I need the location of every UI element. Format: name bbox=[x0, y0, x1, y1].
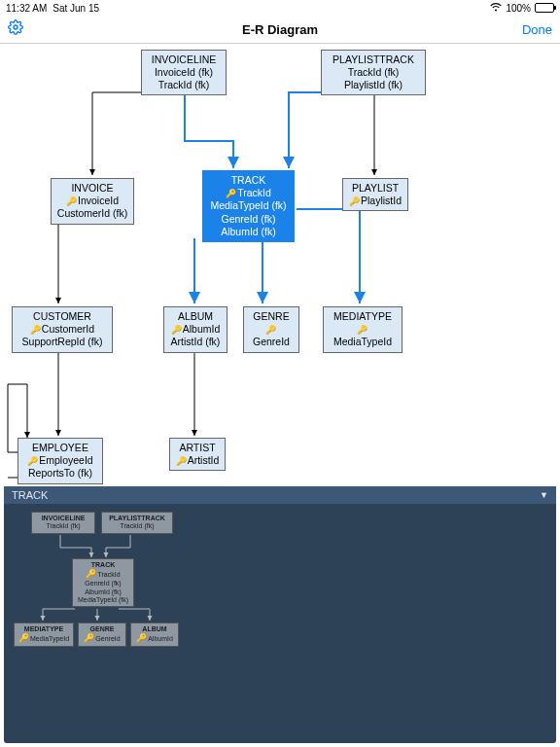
entity-title: ARTIST bbox=[174, 442, 221, 454]
nav-bar: E-R Diagram Done bbox=[0, 16, 560, 44]
entity-title: GENRE bbox=[248, 310, 295, 323]
done-button[interactable]: Done bbox=[522, 22, 552, 37]
entity-playlist[interactable]: PLAYLIST PlaylistId bbox=[342, 178, 408, 211]
detail-panel-title: TRACK bbox=[12, 489, 48, 501]
entity-title: MEDIATYPE bbox=[328, 310, 398, 323]
entity-field: TrackId (fk) bbox=[146, 79, 222, 91]
status-bar: 11:32 AM Sat Jun 15 100% bbox=[0, 0, 560, 16]
entity-field: PlaylistId (fk) bbox=[326, 79, 421, 91]
detail-panel: TRACK ▼ INVOICELINE TrackId (fk) PLAYLIS… bbox=[4, 486, 556, 743]
entity-field: ReportsTo (fk) bbox=[22, 467, 98, 480]
entity-field: TrackId (fk) bbox=[326, 66, 421, 79]
mini-entity-mediatype[interactable]: MEDIATYPE MediaTypeId bbox=[14, 622, 74, 647]
status-date: Sat Jun 15 bbox=[52, 3, 99, 14]
entity-field: SupportRepId (fk) bbox=[17, 336, 108, 348]
battery-pct: 100% bbox=[506, 3, 531, 14]
entity-key-field: GenreId bbox=[248, 323, 295, 348]
entity-key-field: CustomerId bbox=[17, 323, 108, 336]
detail-mini-diagram[interactable]: INVOICELINE TrackId (fk) PLAYLISTTRACK T… bbox=[4, 504, 556, 698]
entity-field: ArtistId (fk) bbox=[168, 336, 223, 348]
status-time: 11:32 AM bbox=[6, 3, 47, 14]
entity-employee[interactable]: EMPLOYEE EmployeeId ReportsTo (fk) bbox=[18, 438, 103, 484]
mini-entity-playlisttrack[interactable]: PLAYLISTTRACK TrackId (fk) bbox=[101, 512, 173, 534]
entity-field: TrackId (fk) bbox=[105, 522, 169, 530]
diagram-arrows bbox=[0, 44, 560, 481]
entity-title: ALBUM bbox=[168, 310, 223, 323]
entity-title: EMPLOYEE bbox=[22, 442, 98, 454]
entity-key-field: PlaylistId bbox=[347, 195, 403, 207]
entity-track[interactable]: TRACK TrackId MediaTypeId (fk) GenreId (… bbox=[202, 170, 295, 242]
entity-key-field: MediaTypeId bbox=[18, 633, 70, 644]
entity-title: TRACK bbox=[76, 561, 130, 569]
entity-field: MediaTypeId (fk) bbox=[76, 596, 130, 604]
entity-genre[interactable]: GENRE GenreId bbox=[243, 306, 299, 353]
wifi-icon bbox=[490, 3, 502, 14]
entity-customer[interactable]: CUSTOMER CustomerId SupportRepId (fk) bbox=[12, 306, 113, 353]
entity-key-field: TrackId bbox=[76, 569, 130, 580]
entity-invoice[interactable]: INVOICE InvoiceId CustomerId (fk) bbox=[51, 178, 134, 225]
entity-field: GenreId (fk) bbox=[76, 580, 130, 587]
battery-icon bbox=[535, 3, 554, 13]
page-title: E-R Diagram bbox=[0, 22, 560, 37]
entity-field: GenreId (fk) bbox=[207, 213, 290, 226]
entity-album[interactable]: ALBUM AlbumId ArtistId (fk) bbox=[163, 306, 228, 353]
entity-key-field: EmployeeId bbox=[22, 454, 98, 467]
dropdown-triangle-icon[interactable]: ▼ bbox=[540, 490, 548, 500]
detail-panel-header[interactable]: TRACK ▼ bbox=[4, 486, 556, 504]
entity-key-field: TrackId bbox=[207, 187, 290, 199]
entity-key-field: MediaTypeId bbox=[328, 323, 398, 348]
entity-title: INVOICE bbox=[55, 182, 129, 195]
mini-entity-invoiceline[interactable]: INVOICELINE TrackId (fk) bbox=[31, 512, 95, 534]
mini-entity-album[interactable]: ALBUM AlbumId bbox=[130, 622, 179, 647]
entity-field: InvoiceId (fk) bbox=[146, 66, 222, 79]
entity-title: PLAYLIST bbox=[347, 182, 403, 195]
mini-entity-track[interactable]: TRACK TrackId GenreId (fk) AlbumId (fk) … bbox=[72, 558, 134, 607]
entity-title: INVOICELINE bbox=[35, 515, 91, 522]
entity-invoiceline[interactable]: INVOICELINE InvoiceId (fk) TrackId (fk) bbox=[141, 50, 227, 95]
settings-gear-icon[interactable] bbox=[8, 19, 23, 39]
entity-title: TRACK bbox=[207, 174, 290, 187]
entity-title: INVOICELINE bbox=[146, 53, 222, 66]
diagram-canvas[interactable]: INVOICELINE InvoiceId (fk) TrackId (fk) … bbox=[0, 44, 560, 481]
entity-title: CUSTOMER bbox=[17, 310, 108, 323]
entity-title: PLAYLISTTRACK bbox=[105, 515, 169, 522]
entity-key-field: AlbumId bbox=[168, 323, 223, 336]
entity-field: CustomerId (fk) bbox=[55, 207, 129, 220]
entity-key-field: ArtistId bbox=[174, 454, 221, 467]
entity-key-field: InvoiceId bbox=[55, 195, 129, 207]
entity-field: TrackId (fk) bbox=[35, 522, 91, 530]
entity-field: MediaTypeId (fk) bbox=[207, 199, 290, 212]
entity-playlisttrack[interactable]: PLAYLISTTRACK TrackId (fk) PlaylistId (f… bbox=[321, 50, 426, 95]
entity-title: PLAYLISTTRACK bbox=[326, 53, 421, 66]
svg-point-0 bbox=[14, 25, 18, 29]
entity-key-field: GenreId bbox=[82, 633, 122, 644]
entity-artist[interactable]: ARTIST ArtistId bbox=[169, 438, 226, 471]
entity-field: AlbumId (fk) bbox=[207, 226, 290, 238]
entity-mediatype[interactable]: MEDIATYPE MediaTypeId bbox=[323, 306, 402, 353]
mini-entity-genre[interactable]: GENRE GenreId bbox=[78, 622, 126, 647]
entity-key-field: AlbumId bbox=[134, 633, 175, 644]
entity-field: AlbumId (fk) bbox=[76, 588, 130, 596]
